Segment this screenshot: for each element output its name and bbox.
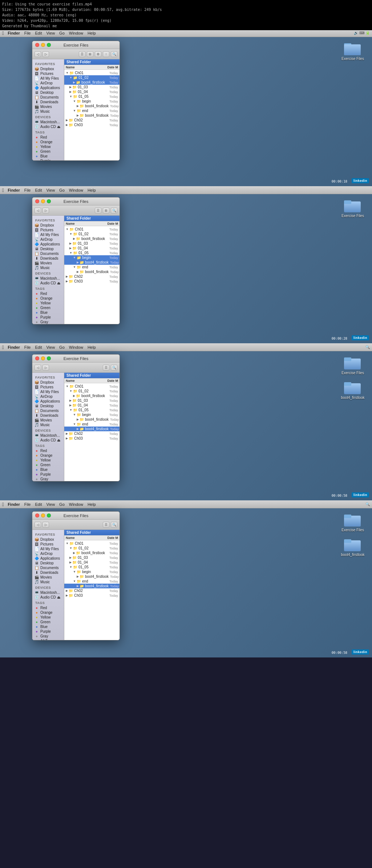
sidebar-movies-2[interactable]: 🎬Movies [32,261,64,265]
row-begin-4[interactable]: ▼📁beginToday [64,569,120,574]
action-btn-1[interactable]: ⚙ [95,51,101,57]
sidebar-pictures-4[interactable]: 🖼Pictures [32,542,64,547]
menu-file-1[interactable]: File [24,31,31,35]
sidebar-desktop-1[interactable]: 🖥Desktop [32,90,64,95]
menu-file-2[interactable]: File [24,188,31,192]
row-ch02-1[interactable]: ▶ 📁 Ch02 Today [64,118,120,123]
row-ch01-2[interactable]: ▼📁Ch01Today [64,227,120,232]
sidebar-airdrop-2[interactable]: 📡AirDrop [32,237,64,242]
sidebar-downloads-1[interactable]: ⬇Downloads [32,100,64,104]
row-end-4[interactable]: ▼📁endToday [64,579,120,584]
sidebar-audiocd-4[interactable]: 💿Audio CD ⏏ [32,595,64,600]
sidebar-music-2[interactable]: 🎵Music [32,265,64,270]
sidebar-documents-2[interactable]: 📋Documents [32,251,64,256]
view-btn-4[interactable]: ☰ [103,522,109,528]
sidebar-dropbox-4[interactable]: 📦Dropbox [32,537,64,542]
sidebar-applications-3[interactable]: 🔷Applications [32,399,64,404]
menu-go-2[interactable]: Go [59,188,65,192]
sidebar-music-4[interactable]: 🎵Music [32,580,64,584]
sidebar-green-4[interactable]: ●Green [32,620,64,624]
apple-menu-2[interactable]:  [2,187,4,193]
minimize-button-4[interactable] [41,513,45,517]
sidebar-macintosh-3[interactable]: 💻Macintosh... [32,433,64,438]
row-boot4-begin-3[interactable]: ▶📁boot4_firstlookToday [64,417,120,422]
menu-help-3[interactable]: Help [88,345,96,349]
menu-file-3[interactable]: File [24,345,31,349]
sidebar-documents-3[interactable]: 📋Documents [32,408,64,413]
sidebar-allmyfiles-4[interactable]: 📄All My Files [32,547,64,551]
sidebar-alltags-4[interactable]: 🏷All Tags... [32,639,64,640]
sidebar-green-3[interactable]: ●Green [32,463,64,467]
row-ch01-1[interactable]: ▼ 📁 Ch01 Today [64,71,120,75]
sidebar-orange-3[interactable]: ●Orange [32,453,64,458]
row-ch02-2[interactable]: ▶📁Ch02Today [64,274,120,279]
row-0103-2[interactable]: ▶📁01_03Today [64,241,120,246]
row-boot4-begin-2[interactable]: ▶📁boot4_firstlookToday [64,260,120,265]
minimize-button-2[interactable] [41,199,45,203]
exercise-files-icon-3[interactable]: Exercise Files [340,356,365,375]
sidebar-blue-4[interactable]: ●Blue [32,624,64,629]
row-begin-1[interactable]: ▼ 📁 begin Today [64,99,120,104]
sidebar-audiocd-2[interactable]: 💿Audio CD ⏏ [32,281,64,285]
sidebar-dropbox-3[interactable]: 📦Dropbox [32,380,64,385]
row-boot4-end-3[interactable]: ▶📁boot4_firstlookToday [64,427,120,431]
exercise-files-icon-1[interactable]: Exercise Files [340,41,365,61]
sidebar-orange-1[interactable]: ●Orange [32,140,64,144]
row-boot4-0102-4[interactable]: ▶📁boot4_firstlookToday [64,551,120,555]
apple-menu-3[interactable]:  [2,344,4,350]
row-ch03-4[interactable]: ▶📁Ch03Today [64,593,120,598]
sidebar-gray-2[interactable]: ●Gray [32,320,64,324]
menu-help-2[interactable]: Help [88,188,96,192]
row-0102-1[interactable]: ▼ 📁 01_02 Today [64,75,120,80]
arrange-btn-1[interactable]: ⊞ [87,51,93,57]
search-btn-2[interactable]: 🔍 [111,208,117,213]
row-ch03-3[interactable]: ▶📁Ch03Today [64,436,120,441]
menu-window-4[interactable]: Window [69,502,83,507]
menu-finder-3[interactable]: Finder [8,345,20,349]
sidebar-macintosh-4[interactable]: 💻Macintosh... [32,590,64,595]
row-0102-3[interactable]: ▼📁01_02Today [64,389,120,393]
sidebar-red-3[interactable]: ●Red [32,448,64,453]
maximize-button-2[interactable] [47,199,51,203]
row-0104-2[interactable]: ▶📁01_04Today [64,246,120,251]
row-ch03-1[interactable]: ▶ 📁 Ch03 Today [64,123,120,127]
sidebar-blue-2[interactable]: ●Blue [32,310,64,315]
menu-view-2[interactable]: View [46,188,55,192]
forward-btn-4[interactable]: ▷ [43,522,49,528]
sidebar-allmyfiles-1[interactable]: 📄All My Files [32,76,64,81]
menu-edit-4[interactable]: Edit [35,502,42,507]
menu-finder-2[interactable]: Finder [8,188,20,192]
row-0105-3[interactable]: ▼📁01_05Today [64,408,120,412]
sidebar-purple-4[interactable]: ●Purple [32,629,64,634]
close-button-2[interactable] [35,199,39,203]
search-btn-4[interactable]: 🔍 [111,522,117,528]
sidebar-music-1[interactable]: 🎵Music [32,109,64,114]
row-0105-1[interactable]: ▼ 📁 01_05 Today [64,94,120,99]
sidebar-red-1[interactable]: ●Red [32,135,64,140]
sidebar-movies-1[interactable]: 🎬Movies [32,104,64,109]
menu-window-3[interactable]: Window [69,345,83,349]
row-boot4-begin-4[interactable]: ▶📁boot4_firstlookToday [64,574,120,579]
row-boot4-end-2[interactable]: ▶📁boot4_firstlookToday [64,269,120,274]
row-0102-2[interactable]: ▼📁01_02Today [64,232,120,236]
sidebar-pictures-1[interactable]: 🖼Pictures [32,71,64,76]
sidebar-purple-2[interactable]: ●Purple [32,315,64,320]
sidebar-desktop-3[interactable]: 🖥Desktop [32,404,64,408]
sidebar-dropbox-2[interactable]: 📦Dropbox [32,223,64,228]
row-0105-2[interactable]: ▼📁01_05Today [64,251,120,255]
row-boot4-end-1[interactable]: ▶ 📁 boot4_firstlook Today [64,113,120,118]
row-boot4-0102-3[interactable]: ▶📁boot4_firstlookToday [64,393,120,398]
row-0104-4[interactable]: ▶📁01_04Today [64,560,120,565]
sidebar-downloads-3[interactable]: ⬇Downloads [32,413,64,418]
sidebar-yellow-1[interactable]: ●Yellow [32,144,64,149]
sidebar-red-4[interactable]: ●Red [32,605,64,610]
menu-right-search-4[interactable]: 🔍 [365,502,370,506]
sidebar-orange-2[interactable]: ●Orange [32,296,64,301]
sidebar-blue-1[interactable]: ●Blue [32,154,64,159]
sidebar-orange-4[interactable]: ●Orange [32,610,64,615]
minimize-button-1[interactable] [41,43,45,47]
traffic-lights-2[interactable] [35,199,51,203]
maximize-button-1[interactable] [47,43,51,47]
back-btn-1[interactable]: ◁ [35,51,41,57]
row-ch01-4[interactable]: ▼📁Ch01Today [64,541,120,546]
